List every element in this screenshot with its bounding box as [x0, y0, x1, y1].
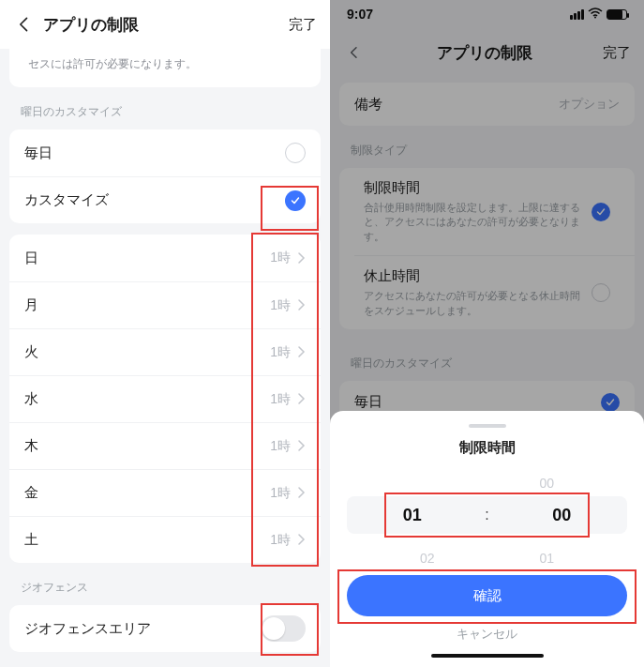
day-value: 1時 [270, 297, 291, 314]
day-label: 水 [24, 390, 270, 408]
mode-group: 毎日 カスタマイズ [9, 129, 321, 223]
day-label: 火 [24, 343, 270, 361]
picker-hour[interactable]: 01 [347, 506, 478, 525]
chevron-right-icon [298, 485, 306, 501]
section-label-geofence: ジオフェンス [0, 563, 330, 605]
mode-daily-label: 毎日 [24, 144, 285, 162]
sheet-title: 制限時間 [330, 439, 644, 457]
home-indicator [431, 654, 544, 658]
done-button[interactable]: 完了 [289, 16, 317, 34]
day-value: 1時 [270, 344, 291, 361]
day-value: 1時 [270, 485, 291, 502]
chevron-right-icon [298, 297, 306, 313]
description-snippet: セスには許可が必要になります。 [9, 49, 321, 87]
grabber-handle[interactable] [469, 424, 506, 428]
header: アプリの制限 完了 [0, 0, 330, 49]
time-picker[interactable]: 01 : 00 [347, 496, 627, 534]
screen-left: アプリの制限 完了 セスには許可が必要になります。 曜日のカスタマイズ 毎日 カ… [0, 0, 330, 667]
day-row-tue[interactable]: 火 1時 [9, 328, 321, 375]
geofence-toggle[interactable] [261, 615, 306, 642]
back-arrow-icon[interactable] [13, 13, 36, 36]
day-label: 月 [24, 296, 270, 314]
day-label: 金 [24, 484, 270, 502]
geofence-row[interactable]: ジオフェンスエリア [9, 605, 321, 652]
picker-row-above: 00 00 [367, 476, 607, 491]
chevron-right-icon [298, 391, 306, 407]
radio-unchecked-icon [285, 143, 306, 163]
mode-custom-label: カスタマイズ [24, 191, 285, 209]
day-row-sat[interactable]: 土 1時 [9, 516, 321, 563]
confirm-button[interactable]: 確認 [347, 575, 627, 616]
day-label: 日 [24, 250, 270, 267]
day-value: 1時 [270, 391, 291, 408]
picker-above-minute: 00 [539, 476, 554, 491]
mode-daily-row[interactable]: 毎日 [9, 129, 321, 176]
picker-below-hour: 02 [420, 551, 435, 566]
day-row-wed[interactable]: 水 1時 [9, 375, 321, 422]
page-title: アプリの制限 [43, 14, 289, 36]
picker-row-below: 02 01 [367, 551, 607, 566]
radio-checked-icon [285, 190, 306, 211]
day-label: 木 [24, 437, 270, 455]
day-value: 1時 [270, 250, 291, 266]
section-label-days: 曜日のカスタマイズ [0, 87, 330, 129]
screen-right: 9:07 アプリの制限 完了 備考 オプション 制限タイプ [330, 0, 644, 667]
days-group: 日 1時 月 1時 火 1時 水 1時 木 1時 [9, 235, 321, 563]
chevron-right-icon [298, 532, 306, 548]
day-value: 1時 [270, 532, 291, 549]
chevron-right-icon [298, 438, 306, 454]
picker-below-minute: 01 [539, 551, 554, 566]
day-value: 1時 [270, 438, 291, 455]
day-label: 土 [24, 531, 270, 549]
mode-custom-row[interactable]: カスタマイズ [9, 176, 321, 223]
day-row-thu[interactable]: 木 1時 [9, 422, 321, 469]
chevron-right-icon [298, 344, 306, 360]
geofence-group: ジオフェンスエリア [9, 605, 321, 652]
picker-minute[interactable]: 00 [497, 506, 628, 525]
day-row-mon[interactable]: 月 1時 [9, 281, 321, 328]
day-row-fri[interactable]: 金 1時 [9, 469, 321, 516]
geofence-label: ジオフェンスエリア [24, 620, 261, 638]
day-row-sun[interactable]: 日 1時 [9, 235, 321, 281]
cancel-button[interactable]: キャンセル [330, 626, 644, 643]
picker-colon: : [478, 507, 497, 523]
chevron-right-icon [298, 250, 306, 266]
time-picker-sheet: 制限時間 00 00 01 : 00 02 01 確認 キャンセル [330, 411, 644, 667]
